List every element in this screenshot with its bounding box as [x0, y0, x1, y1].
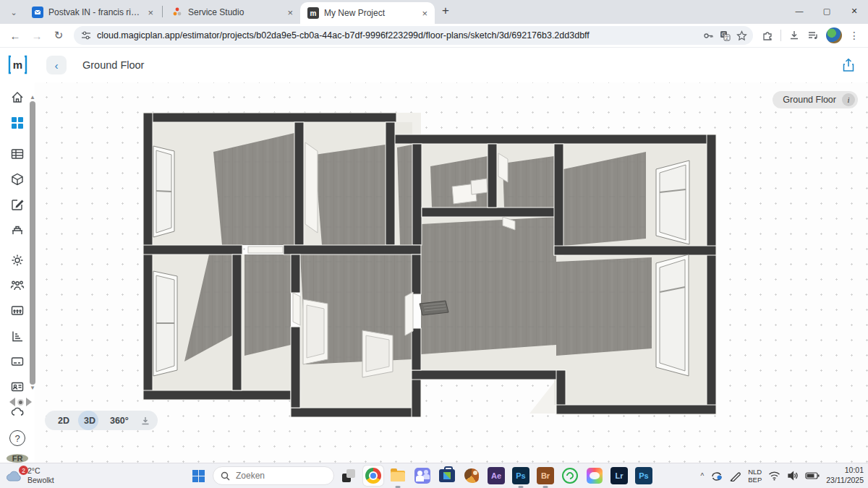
back-to-floors-button[interactable]: ‹: [46, 56, 67, 74]
language-line2: BEP: [748, 476, 762, 484]
sidebar-item-help[interactable]: ?: [7, 430, 27, 446]
task-view-button[interactable]: [339, 466, 359, 486]
profile-avatar[interactable]: [826, 27, 842, 43]
taskbar-creative-cloud[interactable]: [584, 466, 605, 486]
window-close-button[interactable]: ✕: [841, 0, 868, 22]
back-button[interactable]: ←: [6, 26, 25, 45]
url-text[interactable]: cloud.magicplan.app/estimator/projects/b…: [97, 30, 697, 40]
taskbar-search[interactable]: [213, 466, 334, 485]
forward-button[interactable]: →: [27, 26, 46, 45]
sidebar-item-team[interactable]: [7, 278, 27, 296]
tab-service-studio[interactable]: Service Studio ×: [164, 3, 300, 22]
open-door-leaf: [248, 247, 283, 253]
start-button[interactable]: [188, 466, 208, 486]
windows-taskbar: 2 2°C Bewolkt Ae Ps Br Lr Ps ^: [0, 463, 868, 488]
downloads-icon[interactable]: [788, 30, 800, 41]
new-tab-button[interactable]: +: [442, 4, 449, 18]
view-360-button[interactable]: 360°: [104, 416, 135, 426]
menu-kebab-icon[interactable]: ⋮: [849, 30, 859, 41]
floor-info-button[interactable]: i: [842, 93, 855, 106]
weather-alert-badge: 2: [19, 466, 28, 475]
tab-my-new-project[interactable]: m My New Project ×: [300, 2, 435, 24]
floor-selector-pill[interactable]: Ground Floor i: [773, 91, 858, 108]
settings-gear-icon: [10, 253, 25, 270]
floor-plan-3d-view[interactable]: [141, 110, 720, 417]
sidebar-item-workspace[interactable]: [7, 304, 27, 321]
pen-tray-icon[interactable]: [730, 470, 741, 481]
lightroom-icon: Lr: [610, 467, 628, 484]
language-indicator[interactable]: NLD BEP: [748, 468, 762, 484]
taskbar-lightroom[interactable]: Lr: [609, 466, 629, 486]
tab-search-chevron-icon[interactable]: ⌄: [4, 3, 23, 22]
search-icon: [221, 471, 230, 481]
taskbar-file-explorer[interactable]: [388, 466, 408, 486]
sidebar-item-settings[interactable]: [7, 253, 27, 270]
taskbar-whatsapp[interactable]: [560, 466, 580, 486]
reload-button[interactable]: ↻: [49, 26, 68, 45]
download-model-icon[interactable]: [140, 416, 150, 426]
sidebar-item-furniture[interactable]: [7, 223, 27, 240]
close-tab-icon[interactable]: ×: [420, 8, 429, 19]
bookmark-star-icon[interactable]: [736, 30, 747, 41]
view-mode-toggle: 2D 3D 360°: [45, 411, 158, 430]
window-minimize-button[interactable]: —: [786, 0, 813, 22]
site-settings-icon[interactable]: [81, 30, 91, 40]
taskbar-bridge[interactable]: Br: [535, 466, 556, 486]
view-2d-button[interactable]: 2D: [52, 416, 75, 426]
taskbar-weather-widget[interactable]: 2 2°C Bewolkt: [6, 466, 54, 485]
sidebar-item-plans[interactable]: [7, 116, 27, 133]
team-users-icon: [10, 278, 25, 296]
taskbar-photoshop-2[interactable]: Ps: [634, 466, 654, 486]
floorplan-canvas[interactable]: Ground Floor i: [35, 82, 868, 463]
address-bar[interactable]: cloud.magicplan.app/estimator/projects/b…: [74, 26, 753, 45]
scrollbar-thumb[interactable]: [30, 101, 35, 385]
password-key-icon[interactable]: [703, 30, 714, 41]
vertical-scrollbar[interactable]: ▲ ▼: [29, 94, 36, 409]
task-view-icon: [342, 469, 355, 482]
sidebar-item-home[interactable]: [7, 90, 27, 108]
translate-icon[interactable]: G 文: [720, 30, 731, 41]
furniture-icon: [10, 223, 25, 240]
creative-cloud-icon: [587, 468, 603, 484]
page-title: Ground Floor: [82, 59, 144, 71]
photoshop-icon: Ps: [635, 467, 652, 484]
taskbar-photoshop[interactable]: Ps: [511, 466, 531, 486]
view-3d-button[interactable]: 3D: [78, 416, 101, 426]
sidebar-item-stats[interactable]: [7, 329, 27, 346]
window-maximize-button[interactable]: ▢: [813, 0, 841, 22]
scroll-up-icon[interactable]: ▲: [29, 94, 36, 101]
doormat: [420, 301, 448, 315]
user-avatar[interactable]: FR: [7, 454, 28, 463]
outlook-icon: [32, 7, 43, 18]
app-header: ‹ Ground Floor: [35, 48, 868, 82]
hidden-icons-button[interactable]: ^: [701, 472, 705, 480]
credit-card-icon: [10, 354, 25, 372]
sidebar-item-sketch[interactable]: [7, 197, 27, 215]
close-tab-icon[interactable]: ×: [286, 7, 294, 18]
volume-icon[interactable]: [787, 471, 799, 481]
white-door-panel: [362, 330, 393, 377]
extensions-icon[interactable]: [762, 30, 773, 41]
tab-outlook[interactable]: Postvak IN - francis riethaeve - ×: [25, 3, 161, 22]
battery-icon[interactable]: [805, 471, 820, 480]
wifi-icon[interactable]: [768, 471, 780, 481]
sync-tray-icon[interactable]: [710, 470, 723, 481]
taskbar-chrome[interactable]: [363, 466, 383, 486]
taskbar-colorful-app[interactable]: [461, 466, 482, 486]
taskbar-teams[interactable]: [412, 466, 433, 486]
scroll-down-icon[interactable]: ▼: [29, 385, 36, 392]
search-input[interactable]: [236, 471, 315, 481]
close-tab-icon[interactable]: ×: [146, 7, 155, 18]
sidebar-item-billing[interactable]: [7, 354, 27, 372]
sidebar-item-3d-model[interactable]: [7, 172, 27, 189]
open-door-leaf: [405, 292, 413, 335]
media-playlist-icon[interactable]: [807, 30, 819, 41]
taskbar-toolbox[interactable]: [437, 466, 457, 486]
folder-icon: [391, 471, 405, 481]
weather-temp: 2°C: [27, 466, 41, 475]
sidebar-item-takeoff-table[interactable]: [7, 147, 27, 164]
taskbar-clock[interactable]: 10:01 23/11/2025: [826, 466, 864, 485]
open-door-leaf: [305, 142, 318, 233]
share-export-icon[interactable]: [842, 58, 855, 72]
taskbar-after-effects[interactable]: Ae: [486, 466, 506, 486]
